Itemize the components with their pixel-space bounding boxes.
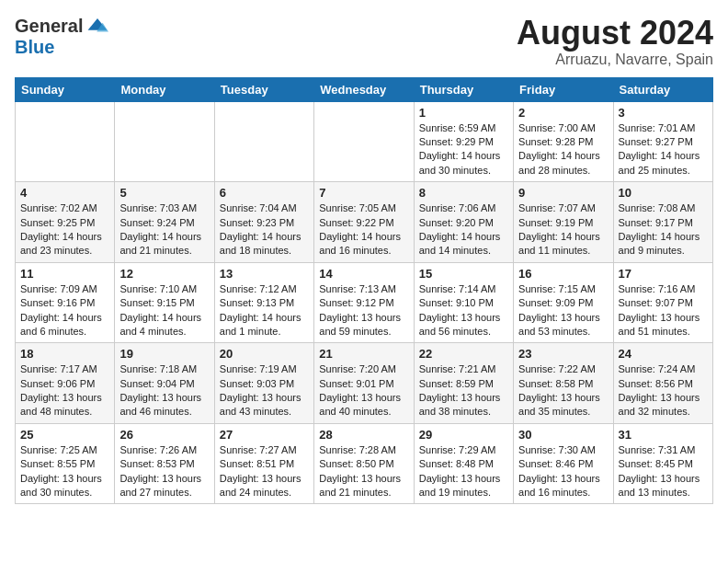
- day-info: and 13 minutes.: [619, 486, 708, 500]
- day-info: Sunrise: 7:01 AM: [619, 121, 708, 135]
- day-number: 26: [119, 428, 209, 442]
- day-info: and 14 minutes.: [419, 244, 508, 258]
- month-year: August 2024: [517, 15, 713, 52]
- calendar-cell: 5Sunrise: 7:03 AMSunset: 9:24 PMDaylight…: [115, 182, 214, 263]
- day-info: Sunrise: 6:59 AM: [419, 121, 508, 135]
- calendar-cell: 9Sunrise: 7:07 AMSunset: 9:19 PMDaylight…: [514, 182, 613, 263]
- day-info: Daylight: 14 hours: [619, 149, 708, 163]
- day-info: Daylight: 13 hours: [619, 311, 708, 325]
- calendar-cell: 6Sunrise: 7:04 AMSunset: 9:23 PMDaylight…: [214, 182, 313, 263]
- day-info: and 16 minutes.: [518, 486, 608, 500]
- day-number: 8: [419, 186, 508, 200]
- day-info: Sunrise: 7:20 AM: [319, 362, 408, 376]
- day-info: Daylight: 13 hours: [619, 391, 708, 405]
- day-info: Sunset: 8:48 PM: [419, 457, 508, 471]
- day-number: 3: [619, 106, 708, 120]
- logo-general: General: [15, 16, 83, 37]
- calendar-week-row: 18Sunrise: 7:17 AMSunset: 9:06 PMDayligh…: [16, 343, 713, 424]
- day-info: and 30 minutes.: [20, 486, 109, 500]
- day-info: Sunset: 9:22 PM: [319, 216, 408, 230]
- day-info: Daylight: 14 hours: [419, 149, 508, 163]
- day-info: Sunset: 8:51 PM: [220, 457, 309, 471]
- logo-blue: Blue: [15, 37, 54, 58]
- day-number: 11: [20, 267, 109, 281]
- day-info: Sunset: 9:04 PM: [119, 377, 209, 391]
- day-number: 9: [518, 186, 608, 200]
- day-info: Daylight: 14 hours: [20, 311, 109, 325]
- day-info: Sunset: 9:27 PM: [619, 135, 708, 149]
- day-info: and 11 minutes.: [518, 244, 608, 258]
- day-info: and 59 minutes.: [319, 325, 408, 339]
- calendar-cell: 14Sunrise: 7:13 AMSunset: 9:12 PMDayligh…: [314, 262, 414, 343]
- day-info: Sunset: 9:06 PM: [20, 377, 109, 391]
- day-info: and 1 minute.: [220, 325, 309, 339]
- day-number: 28: [319, 428, 408, 442]
- calendar-week-row: 4Sunrise: 7:02 AMSunset: 9:25 PMDaylight…: [16, 182, 713, 263]
- day-info: Sunrise: 7:22 AM: [518, 362, 608, 376]
- page-header: General Blue August 2024 Arruazu, Navarr…: [15, 15, 713, 68]
- day-info: Sunrise: 7:28 AM: [319, 443, 408, 457]
- day-info: and 25 minutes.: [619, 164, 708, 178]
- calendar-cell: 24Sunrise: 7:24 AMSunset: 8:56 PMDayligh…: [613, 343, 712, 424]
- day-number: 24: [619, 347, 708, 361]
- day-number: 18: [20, 347, 109, 361]
- day-info: and 24 minutes.: [220, 486, 309, 500]
- logo: General Blue: [15, 15, 108, 58]
- day-number: 29: [419, 428, 508, 442]
- day-info: Sunrise: 7:04 AM: [220, 201, 309, 215]
- day-info: and 4 minutes.: [119, 325, 209, 339]
- day-info: and 30 minutes.: [419, 164, 508, 178]
- day-info: Sunrise: 7:15 AM: [518, 282, 608, 296]
- logo-icon: [86, 15, 108, 37]
- day-info: Sunrise: 7:30 AM: [518, 443, 608, 457]
- calendar-cell: [314, 101, 414, 182]
- day-info: Daylight: 13 hours: [319, 472, 408, 486]
- day-info: Daylight: 13 hours: [419, 391, 508, 405]
- day-info: Daylight: 14 hours: [220, 230, 309, 244]
- day-info: Sunset: 9:13 PM: [220, 296, 309, 310]
- day-info: and 6 minutes.: [20, 325, 109, 339]
- day-info: and 38 minutes.: [419, 405, 508, 419]
- weekday-header: Monday: [115, 77, 214, 101]
- day-info: Daylight: 13 hours: [319, 311, 408, 325]
- calendar-cell: 13Sunrise: 7:12 AMSunset: 9:13 PMDayligh…: [214, 262, 313, 343]
- calendar-cell: 7Sunrise: 7:05 AMSunset: 9:22 PMDaylight…: [314, 182, 414, 263]
- calendar-cell: 12Sunrise: 7:10 AMSunset: 9:15 PMDayligh…: [115, 262, 214, 343]
- day-info: Sunrise: 7:02 AM: [20, 201, 109, 215]
- day-info: Sunset: 9:28 PM: [518, 135, 608, 149]
- day-number: 1: [419, 106, 508, 120]
- calendar-cell: [16, 101, 115, 182]
- day-number: 21: [319, 347, 408, 361]
- calendar-cell: 3Sunrise: 7:01 AMSunset: 9:27 PMDaylight…: [613, 101, 712, 182]
- day-info: Daylight: 13 hours: [220, 472, 309, 486]
- day-info: Daylight: 13 hours: [119, 472, 209, 486]
- day-number: 25: [20, 428, 109, 442]
- day-info: Sunset: 9:24 PM: [119, 216, 209, 230]
- day-info: Sunset: 9:15 PM: [119, 296, 209, 310]
- day-info: Daylight: 13 hours: [119, 391, 209, 405]
- calendar-cell: 17Sunrise: 7:16 AMSunset: 9:07 PMDayligh…: [613, 262, 712, 343]
- day-info: and 32 minutes.: [619, 405, 708, 419]
- day-info: Sunset: 9:19 PM: [518, 216, 608, 230]
- calendar-cell: 11Sunrise: 7:09 AMSunset: 9:16 PMDayligh…: [16, 262, 115, 343]
- day-info: Sunrise: 7:13 AM: [319, 282, 408, 296]
- title-block: August 2024 Arruazu, Navarre, Spain: [517, 15, 713, 68]
- day-number: 31: [619, 428, 708, 442]
- day-info: Daylight: 14 hours: [319, 230, 408, 244]
- weekday-header: Wednesday: [314, 77, 414, 101]
- calendar-cell: 27Sunrise: 7:27 AMSunset: 8:51 PMDayligh…: [214, 423, 313, 504]
- day-info: Daylight: 14 hours: [619, 230, 708, 244]
- day-info: Sunrise: 7:12 AM: [220, 282, 309, 296]
- day-number: 16: [518, 267, 608, 281]
- day-info: Sunset: 9:29 PM: [419, 135, 508, 149]
- day-info: Sunrise: 7:31 AM: [619, 443, 708, 457]
- calendar-cell: 15Sunrise: 7:14 AMSunset: 9:10 PMDayligh…: [414, 262, 513, 343]
- day-info: and 27 minutes.: [119, 486, 209, 500]
- calendar-cell: 20Sunrise: 7:19 AMSunset: 9:03 PMDayligh…: [214, 343, 313, 424]
- day-number: 6: [220, 186, 309, 200]
- calendar-cell: 23Sunrise: 7:22 AMSunset: 8:58 PMDayligh…: [514, 343, 613, 424]
- calendar-cell: 2Sunrise: 7:00 AMSunset: 9:28 PMDaylight…: [514, 101, 613, 182]
- day-number: 15: [419, 267, 508, 281]
- day-info: Sunset: 9:16 PM: [20, 296, 109, 310]
- calendar-table: SundayMondayTuesdayWednesdayThursdayFrid…: [15, 77, 713, 505]
